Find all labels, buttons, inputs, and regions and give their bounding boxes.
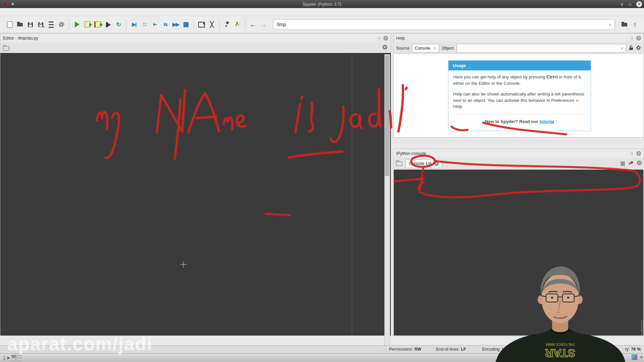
preferences-wrench-icon[interactable] <box>223 20 232 29</box>
new-file-icon[interactable] <box>5 20 14 29</box>
right-column: Help ◇ × Source Console ∨ Object ∨ <box>393 33 644 345</box>
chevron-down-icon: ∨ <box>621 46 624 50</box>
tutorial-link[interactable]: tutorial <box>539 119 554 124</box>
undock-icon[interactable]: ◇ <box>631 151 633 156</box>
chevron-down-icon: ∨ <box>433 46 436 50</box>
editor-tab-bar <box>0 43 391 53</box>
ipython-console-pane: IPython console ◇ × Console 1/A × <box>393 148 644 336</box>
editor-pane-title: Editor - /tmp/stu.py <box>3 36 38 41</box>
editor-pane-header: Editor - /tmp/stu.py ◇ × <box>0 34 391 43</box>
maximize-pane-icon[interactable] <box>197 20 206 29</box>
run-cell-advance-icon[interactable] <box>93 20 102 29</box>
app-launcher-icon[interactable]: ⋮> <box>0 355 11 361</box>
chevron-down-icon[interactable]: ∨ <box>608 22 611 27</box>
back-icon[interactable]: ← <box>249 20 258 29</box>
editor-scrollbar[interactable] <box>384 54 390 362</box>
working-directory-input[interactable]: /tmp ∨ <box>273 19 615 30</box>
debug-step-in-icon[interactable]: ⇤ <box>150 20 159 29</box>
fullscreen-icon[interactable]: ╳ <box>207 20 216 29</box>
help-content: Usage Here you can get help of any objec… <box>394 54 643 137</box>
run-cell-icon[interactable] <box>83 20 92 29</box>
restart-kernel-icon[interactable]: ↻ <box>114 20 123 29</box>
console-tab-row: Console 1/A × <box>393 158 644 169</box>
virtual-desktop-pager[interactable] <box>11 355 21 361</box>
console-options-icon[interactable] <box>637 161 642 167</box>
spyder-app-icon <box>3 2 8 7</box>
console-bottom-tab-bar <box>393 336 395 345</box>
browse-tabs-icon[interactable] <box>396 162 402 166</box>
debug-stop-icon[interactable] <box>181 20 191 29</box>
minimize-icon[interactable]: ∨ <box>620 2 624 6</box>
column-edge-line <box>352 53 352 336</box>
help-pane-title: Help <box>396 36 405 41</box>
usage-footer: New to Spyder? Read our tutorial <box>453 119 586 126</box>
help-tab-bar <box>393 138 396 147</box>
status-eol: End-of-lines:LF <box>436 347 466 352</box>
run-icon[interactable] <box>72 20 82 29</box>
print-icon[interactable] <box>47 20 56 29</box>
editor-scrollbar-thumb[interactable] <box>385 55 389 176</box>
debug-icon[interactable]: ▶| <box>129 20 139 29</box>
console-scrollbar[interactable] <box>641 320 642 336</box>
open-file-icon[interactable] <box>15 20 24 29</box>
help-source-row: Source Console ∨ Object ∨ <box>393 43 644 54</box>
status-permissions: Permissions:RW <box>389 347 421 352</box>
editor-options-gear-icon[interactable] <box>382 45 387 51</box>
help-pane: Help ◇ × Source Console ∨ Object ∨ <box>393 33 644 138</box>
console-tab[interactable]: Console 1/A × <box>406 159 442 168</box>
window-title: Spyder (Python 3.7) <box>0 2 644 7</box>
system-tray: ≡ <box>632 354 643 360</box>
undock-icon[interactable]: ◇ <box>378 36 380 40</box>
run-selection-icon[interactable] <box>104 20 113 29</box>
usage-card: Usage Here you can get help of any objec… <box>448 60 591 131</box>
browse-tabs-icon[interactable] <box>3 46 9 51</box>
python-icon[interactable] <box>233 20 242 29</box>
object-label: Object <box>442 46 454 51</box>
menu-bar <box>0 8 644 16</box>
main-toolbar: + @ ↻ ▶| ∷ ⇤ ⇆ ▶▶ ╳ ← <box>0 16 644 33</box>
close-icon[interactable]: × <box>434 162 439 166</box>
close-pane-icon[interactable]: × <box>383 36 388 41</box>
close-pane-icon[interactable]: × <box>636 151 641 156</box>
save-all-icon[interactable]: + <box>36 20 45 29</box>
maximize-icon[interactable]: ◇ <box>628 2 632 6</box>
lock-icon[interactable] <box>629 45 633 51</box>
status-bar: Permissions:RW End-of-lines:LF Encoding:… <box>0 345 644 354</box>
status-memory: ry:76 % <box>625 347 641 352</box>
tray-clipboard-icon[interactable] <box>632 354 637 360</box>
usage-paragraph-1: Here you can get help of any object by p… <box>453 74 586 87</box>
code-editor[interactable] <box>0 53 391 336</box>
editor-pane: Editor - /tmp/stu.py ◇ × <box>0 33 391 336</box>
recording-indicator-icon[interactable] <box>499 355 504 360</box>
object-input[interactable]: ∨ <box>457 44 626 53</box>
console-output[interactable] <box>394 170 643 336</box>
find-icon[interactable]: @ <box>57 20 66 29</box>
forward-icon[interactable]: → <box>259 20 268 29</box>
debug-step-icon[interactable]: ∷ <box>140 20 149 29</box>
debug-step-out-icon[interactable]: ⇆ <box>161 20 170 29</box>
save-icon[interactable] <box>26 20 35 29</box>
browse-directory-icon[interactable] <box>620 20 629 29</box>
parent-directory-icon[interactable]: ↑ <box>630 20 639 29</box>
close-pane-icon[interactable]: × <box>636 36 641 41</box>
usage-paragraph-2: Help can also be shown automatically aft… <box>453 91 586 110</box>
console-pane-title: IPython console <box>396 151 426 156</box>
source-select[interactable]: Console ∨ <box>412 44 439 53</box>
usage-title: Usage <box>448 61 591 70</box>
title-bar: ✱ Spyder (Python 3.7) ∨ ◇ × <box>0 0 644 8</box>
help-options-gear-icon[interactable] <box>636 45 641 51</box>
debug-continue-icon[interactable]: ▶▶ <box>171 20 180 29</box>
status-encoding: Encoding:UT <box>482 347 507 352</box>
undock-icon[interactable]: ◇ <box>631 36 633 40</box>
interrupt-kernel-icon[interactable] <box>621 162 625 166</box>
pin-icon[interactable]: ✱ <box>11 2 14 6</box>
source-label: Source <box>396 46 410 51</box>
taskbar: ⋮> <box>0 353 644 362</box>
eraser-icon[interactable] <box>628 161 634 167</box>
panel-hide-icon[interactable]: ≡ <box>640 355 643 360</box>
close-icon[interactable]: × <box>636 1 642 7</box>
